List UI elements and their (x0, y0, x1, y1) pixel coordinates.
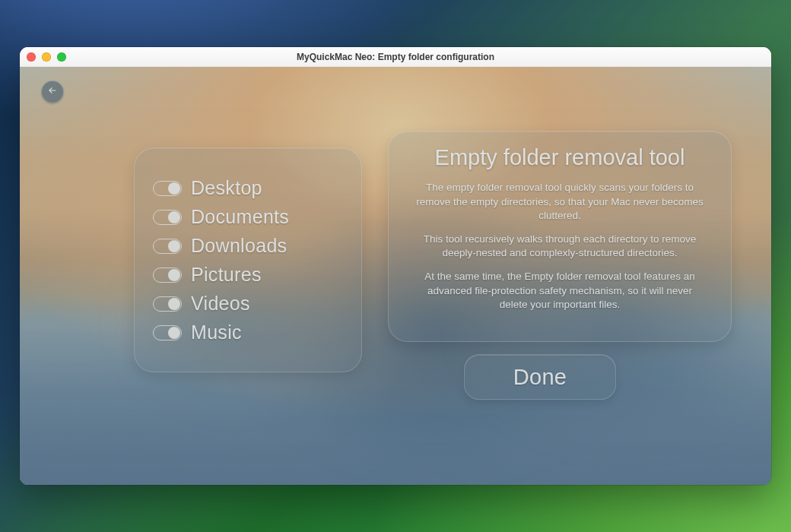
maximize-icon[interactable] (57, 52, 66, 62)
folder-toggle-downloads: Downloads (153, 235, 346, 257)
folder-label: Desktop (191, 177, 262, 199)
window-titlebar: MyQuickMac Neo: Empty folder configurati… (20, 47, 771, 67)
folder-toggle-desktop: Desktop (153, 177, 346, 199)
window-traffic-lights (27, 52, 66, 62)
done-button-label: Done (513, 365, 567, 390)
back-button[interactable] (41, 81, 64, 103)
info-paragraph: At the same time, the Empty folder remov… (408, 270, 711, 312)
toggle-switch[interactable] (153, 239, 182, 254)
toggle-switch[interactable] (153, 210, 182, 225)
toggle-switch[interactable] (153, 296, 182, 312)
done-button[interactable]: Done (464, 354, 616, 400)
folder-toggle-documents: Documents (153, 206, 346, 228)
info-paragraph: This tool recursively walks through each… (408, 233, 711, 260)
arrow-left-icon (46, 84, 59, 100)
close-icon[interactable] (27, 52, 36, 62)
app-window: MyQuickMac Neo: Empty folder configurati… (20, 47, 771, 485)
info-paragraph: The empty folder removal tool quickly sc… (408, 181, 711, 223)
folder-label: Documents (191, 206, 289, 228)
info-title: Empty folder removal tool (408, 145, 711, 170)
folder-toggle-music: Music (153, 321, 346, 344)
toggle-switch[interactable] (153, 268, 182, 283)
folder-toggle-videos: Videos (153, 293, 346, 315)
folder-label: Music (191, 321, 242, 344)
toggle-switch[interactable] (153, 325, 182, 340)
desktop-wallpaper: MyQuickMac Neo: Empty folder configurati… (0, 0, 791, 532)
toggle-switch[interactable] (153, 181, 182, 196)
window-title: MyQuickMac Neo: Empty folder configurati… (297, 52, 494, 62)
folder-label: Pictures (191, 264, 262, 286)
window-content: Desktop Documents Downloads Pictures Vid… (20, 67, 771, 485)
minimize-icon[interactable] (42, 52, 51, 62)
folder-toggle-panel: Desktop Documents Downloads Pictures Vid… (134, 147, 362, 372)
info-panel: Empty folder removal tool The empty fold… (388, 131, 732, 342)
folder-label: Videos (191, 293, 250, 315)
folder-toggle-pictures: Pictures (153, 264, 346, 286)
folder-label: Downloads (191, 235, 287, 257)
